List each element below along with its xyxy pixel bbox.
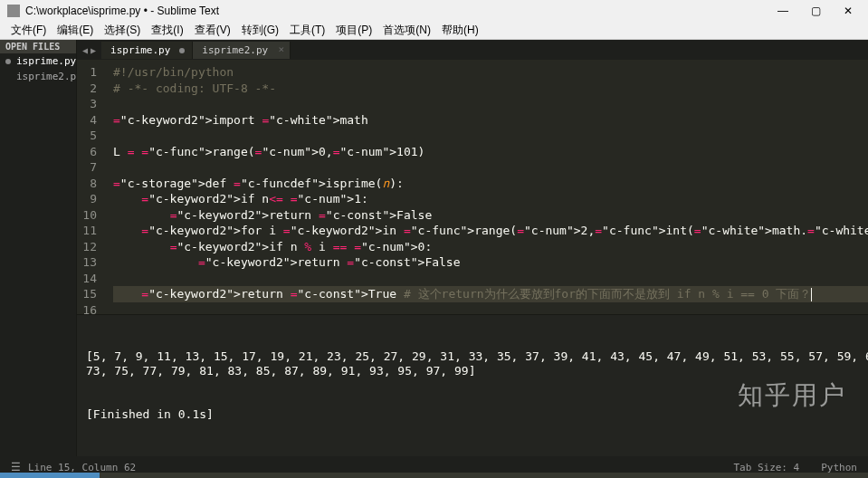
code-line[interactable]: ="c-keyword2">return ="c-const">False xyxy=(113,254,868,271)
code-line[interactable] xyxy=(113,302,868,315)
menu-goto[interactable]: 转到(G) xyxy=(238,23,282,38)
tab-label: isprime.py xyxy=(110,44,170,56)
line-number: 14 xyxy=(82,271,97,287)
code-line[interactable] xyxy=(113,96,868,112)
code-line[interactable]: ="c-keyword2">if n<= ="c-num">1: xyxy=(113,191,868,207)
menu-help[interactable]: 帮助(H) xyxy=(438,23,482,38)
line-number: 11 xyxy=(82,223,97,239)
line-number: 3 xyxy=(82,96,97,112)
open-file-label: isprime.py xyxy=(16,55,76,67)
menu-project[interactable]: 项目(P) xyxy=(332,23,376,38)
sidebar-open-file[interactable]: isprime2.py xyxy=(0,69,76,84)
status-cursor-position[interactable]: Line 15, Column 62 xyxy=(28,462,733,473)
line-number: 4 xyxy=(82,112,97,129)
line-number: 15 xyxy=(82,286,97,302)
line-number-gutter: 12345678910111213141516171819202122 xyxy=(77,60,106,314)
code-line[interactable]: # -*- coding: UTF-8 -*- xyxy=(113,81,868,97)
tab-close-icon[interactable]: × xyxy=(279,43,285,55)
close-window-button[interactable]: ✕ xyxy=(835,5,861,17)
menu-select[interactable]: 选择(S) xyxy=(100,23,144,38)
line-number: 10 xyxy=(82,207,97,224)
menu-edit[interactable]: 编辑(E) xyxy=(53,23,97,38)
window-title: C:\workplace\isprime.py • - Sublime Text xyxy=(25,5,770,17)
open-file-label: isprime2.py xyxy=(16,71,82,82)
horizontal-scroll-thumb[interactable] xyxy=(0,473,100,478)
line-number: 1 xyxy=(82,64,97,81)
sidebar-open-files-header: OPEN FILES xyxy=(0,40,76,53)
sidebar: OPEN FILES isprime.pyisprime2.py xyxy=(0,40,77,456)
window-titlebar: C:\workplace\isprime.py • - Sublime Text… xyxy=(0,0,868,22)
file-tab[interactable]: isprime.py xyxy=(101,42,193,59)
tab-modified-dot-icon xyxy=(179,48,185,53)
code-line[interactable]: ="c-keyword2">import ="c-white">math xyxy=(113,112,868,129)
code-line[interactable]: ="c-keyword2">return ="c-const">False xyxy=(113,207,868,224)
line-number: 16 xyxy=(82,302,97,315)
code-line[interactable]: #!/usr/bin/python xyxy=(113,64,868,81)
line-number: 5 xyxy=(82,128,97,144)
minimize-button[interactable]: — xyxy=(770,5,796,17)
menu-prefs[interactable]: 首选项(N) xyxy=(379,23,434,38)
file-tab[interactable]: isprime2.py× xyxy=(193,42,291,59)
code-line[interactable]: L = ="c-func">range(="c-num">0,="c-num">… xyxy=(113,144,868,160)
code-line[interactable]: ="c-keyword2">for i ="c-keyword2">in ="c… xyxy=(113,223,868,239)
tab-bar: ◀ ▶ isprime.pyisprime2.py× xyxy=(77,40,868,60)
status-menu-icon[interactable]: ☰ xyxy=(11,461,21,473)
line-number: 7 xyxy=(82,159,97,176)
line-number: 9 xyxy=(82,191,97,207)
maximize-button[interactable]: ▢ xyxy=(803,5,828,17)
horizontal-scrollbar[interactable] xyxy=(0,473,868,478)
build-output-panel[interactable]: [5, 7, 9, 11, 13, 15, 17, 19, 21, 23, 25… xyxy=(77,314,868,456)
text-cursor xyxy=(811,288,812,301)
console-line-1: [5, 7, 9, 11, 13, 15, 17, 19, 21, 23, 25… xyxy=(86,349,868,378)
menu-find[interactable]: 查找(I) xyxy=(148,23,186,38)
line-number: 6 xyxy=(82,144,97,160)
status-tab-size[interactable]: Tab Size: 4 xyxy=(733,462,799,473)
menubar: 文件(F) 编辑(E) 选择(S) 查找(I) 查看(V) 转到(G) 工具(T… xyxy=(0,22,868,40)
menu-view[interactable]: 查看(V) xyxy=(191,23,234,38)
line-number: 13 xyxy=(82,254,97,271)
nav-back-icon[interactable]: ◀ xyxy=(82,45,88,55)
nav-forward-icon[interactable]: ▶ xyxy=(91,45,96,55)
status-syntax[interactable]: Python xyxy=(821,462,857,473)
code-line[interactable] xyxy=(113,128,868,144)
modified-dot-icon xyxy=(5,59,11,64)
tab-label: isprime2.py xyxy=(202,44,268,56)
code-line[interactable] xyxy=(113,159,868,176)
console-line-2: [Finished in 0.1s] xyxy=(86,407,868,422)
line-number: 2 xyxy=(82,81,97,97)
line-number: 12 xyxy=(82,239,97,255)
sidebar-open-file[interactable]: isprime.py xyxy=(0,53,76,69)
menu-file[interactable]: 文件(F) xyxy=(7,23,50,38)
statusbar: ☰ Line 15, Column 62 Tab Size: 4 Python xyxy=(0,456,868,478)
app-icon xyxy=(7,5,20,17)
code-line[interactable]: ="c-keyword2">if n % i == ="c-num">0: xyxy=(113,239,868,255)
line-number: 8 xyxy=(82,176,97,192)
code-line[interactable] xyxy=(113,271,868,287)
code-line[interactable]: ="c-keyword2">return ="c-const">True # 这… xyxy=(113,286,868,302)
code-line[interactable]: ="c-storage">def ="c-funcdef">isprime(n)… xyxy=(113,176,868,192)
menu-tools[interactable]: 工具(T) xyxy=(286,23,329,38)
code-editor[interactable]: #!/usr/bin/python# -*- coding: UTF-8 -*-… xyxy=(106,60,868,314)
